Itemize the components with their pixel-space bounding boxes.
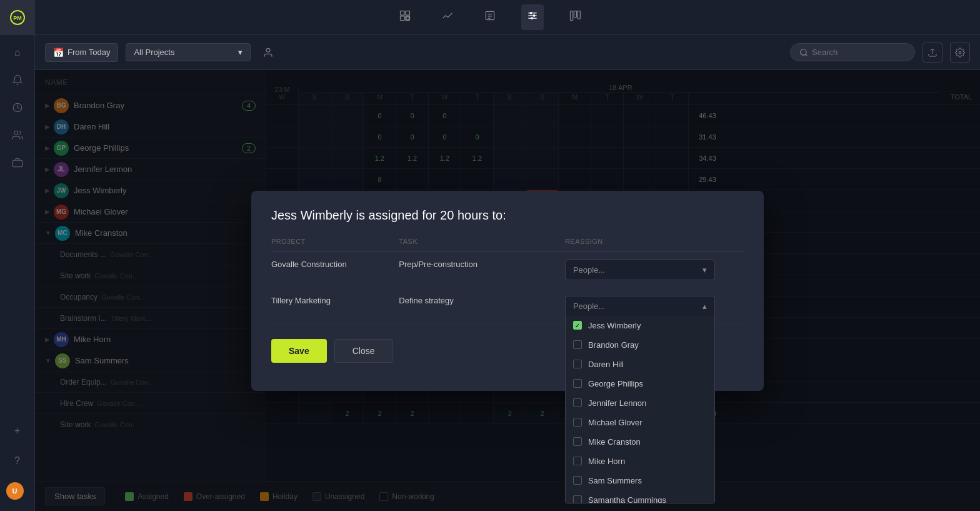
modal-col-project: PROJECT xyxy=(271,238,399,252)
nav-list-icon[interactable] xyxy=(479,4,501,30)
dropdown-label-george-phillips: George Phillips xyxy=(588,379,643,388)
dropdown-item-jess-wimberly[interactable]: ✓ Jess Wimberly xyxy=(566,316,714,335)
dropdown-item-michael-glover[interactable]: Michael Glover xyxy=(566,413,714,432)
grid-area: NAME ▶ BG Brandon Gray 4 ▶ DH Daren Hill xyxy=(35,70,980,511)
reassign-placeholder-2: People... xyxy=(573,301,605,311)
dropdown-item-george-phillips[interactable]: George Phillips xyxy=(566,374,714,393)
nav-search-icon[interactable] xyxy=(394,4,416,30)
reassign-placeholder-1: People... xyxy=(573,265,605,275)
svg-rect-15 xyxy=(533,14,535,16)
modal-project-2: Tillery Marketing xyxy=(271,288,399,323)
dropdown-item-brandon-gray[interactable]: Brandon Gray xyxy=(566,335,714,355)
sidebar-avatar[interactable]: U xyxy=(5,478,30,503)
svg-rect-16 xyxy=(531,18,533,19)
sidebar-bottom: + ? U xyxy=(5,418,30,503)
person-filter-icon[interactable] xyxy=(258,43,278,63)
dropdown-label-jennifer-lennon: Jennifer Lennon xyxy=(588,398,646,408)
svg-point-27 xyxy=(959,51,961,54)
sidebar-briefcase-icon[interactable] xyxy=(5,150,30,175)
toolbar-right xyxy=(790,43,970,63)
dropdown-list-people: ✓ Jess Wimberly Brandon Gray xyxy=(565,316,715,503)
checkbox-samantha-cummings[interactable] xyxy=(573,495,582,503)
dropdown-item-mike-cranston[interactable]: Mike Cranston xyxy=(566,432,714,452)
dropdown-label-daren-hill: Daren Hill xyxy=(588,360,624,369)
checkbox-jennifer-lennon[interactable] xyxy=(573,398,582,407)
modal-col-reassign: REASSIGN xyxy=(565,238,744,252)
search-box[interactable] xyxy=(790,43,915,61)
calendar-icon: 📅 xyxy=(53,48,64,58)
modal-overlay[interactable]: Jess Wimberly is assigned for 20 hours t… xyxy=(35,70,980,511)
sidebar-time-icon[interactable] xyxy=(5,95,30,120)
sidebar: ⌂ + ? xyxy=(0,35,35,511)
reassign-arrow-2: ▴ xyxy=(702,301,707,311)
nav-chart-icon[interactable] xyxy=(436,4,459,30)
nav-resource-icon[interactable] xyxy=(521,4,544,30)
modal-task-2: Define strategy xyxy=(399,288,565,323)
checkbox-sam-summers[interactable] xyxy=(573,476,582,485)
checkbox-george-phillips[interactable] xyxy=(573,379,582,388)
svg-point-23 xyxy=(266,48,270,52)
dropdown-item-jennifer-lennon[interactable]: Jennifer Lennon xyxy=(566,393,714,413)
all-projects-label: All Projects xyxy=(134,48,174,57)
save-button[interactable]: Save xyxy=(271,339,327,363)
top-nav: PM xyxy=(0,0,980,35)
app-logo[interactable]: PM xyxy=(0,0,35,35)
checkbox-brandon-gray[interactable] xyxy=(573,340,582,349)
reassign-select-2[interactable]: People... ▴ xyxy=(565,296,715,316)
modal-task-1: Prep/Pre-construction xyxy=(399,251,565,288)
checkbox-daren-hill[interactable] xyxy=(573,360,582,368)
reassign-arrow-1: ▾ xyxy=(702,265,707,275)
checkbox-mike-cranston[interactable] xyxy=(573,437,582,446)
modal-reassign: Jess Wimberly is assigned for 20 hours t… xyxy=(251,191,764,391)
dropdown-label-mike-horn: Mike Horn xyxy=(588,457,625,466)
svg-rect-19 xyxy=(578,11,580,19)
checkbox-jess-wimberly[interactable]: ✓ xyxy=(573,321,582,330)
sidebar-add-icon[interactable]: + xyxy=(5,418,30,443)
sidebar-help-icon[interactable]: ? xyxy=(5,448,30,473)
dropdown-item-daren-hill[interactable]: Daren Hill xyxy=(566,355,714,374)
modal-project-1: Govalle Construction xyxy=(271,251,399,288)
dropdown-label-brandon-gray: Brandon Gray xyxy=(588,340,639,350)
toolbar: 📅 From Today All Projects ▾ xyxy=(35,35,980,70)
modal-title: Jess Wimberly is assigned for 20 hours t… xyxy=(271,208,744,223)
svg-rect-4 xyxy=(401,16,405,21)
reassign-select-1[interactable]: People... ▾ xyxy=(565,260,715,280)
dropdown-label-michael-glover: Michael Glover xyxy=(588,418,642,427)
settings-button[interactable] xyxy=(950,43,970,63)
svg-rect-2 xyxy=(401,11,405,16)
main-layout: ⌂ + ? xyxy=(0,35,980,511)
export-button[interactable] xyxy=(922,43,942,63)
modal-row-1: Govalle Construction Prep/Pre-constructi… xyxy=(271,251,744,288)
close-button[interactable]: Close xyxy=(334,339,393,363)
modal-reassign-1: People... ▾ xyxy=(565,251,744,288)
modal-table: PROJECT TASK REASSIGN Govalle Constructi… xyxy=(271,238,744,324)
svg-rect-3 xyxy=(406,11,410,16)
dropdown-label-jess-wimberly: Jess Wimberly xyxy=(588,321,641,330)
modal-row-2: Tillery Marketing Define strategy People… xyxy=(271,288,744,323)
checkbox-michael-glover[interactable] xyxy=(573,418,582,427)
modal-reassign-2: People... ▴ ✓ Jess Wimberly xyxy=(565,288,744,323)
svg-rect-22 xyxy=(12,160,22,167)
svg-text:PM: PM xyxy=(13,15,22,21)
dropdown-arrow-icon: ▾ xyxy=(238,48,242,57)
svg-line-25 xyxy=(806,54,808,56)
sidebar-people-icon[interactable] xyxy=(5,123,30,148)
svg-point-24 xyxy=(801,49,806,54)
search-input[interactable] xyxy=(812,48,906,57)
dropdown-label-sam-summers: Sam Summers xyxy=(588,476,642,485)
sidebar-alerts-icon[interactable] xyxy=(5,68,30,93)
svg-rect-14 xyxy=(530,12,532,14)
all-projects-dropdown[interactable]: All Projects ▾ xyxy=(126,43,251,61)
nav-icons xyxy=(394,4,586,30)
dropdown-item-mike-horn[interactable]: Mike Horn xyxy=(566,452,714,471)
checkbox-mike-horn[interactable] xyxy=(573,457,582,465)
dropdown-item-samantha-cummings[interactable]: Samantha Cummings xyxy=(566,490,714,503)
dropdown-item-sam-summers[interactable]: Sam Summers xyxy=(566,471,714,490)
nav-board-icon[interactable] xyxy=(564,4,586,30)
reassign-dropdown-1: People... ▾ xyxy=(565,260,744,280)
sidebar-home-icon[interactable]: ⌂ xyxy=(5,40,30,65)
content-area: 📅 From Today All Projects ▾ xyxy=(35,35,980,511)
from-today-label: From Today xyxy=(68,48,110,57)
from-today-button[interactable]: 📅 From Today xyxy=(45,43,118,62)
modal-col-task: TASK xyxy=(399,238,565,252)
